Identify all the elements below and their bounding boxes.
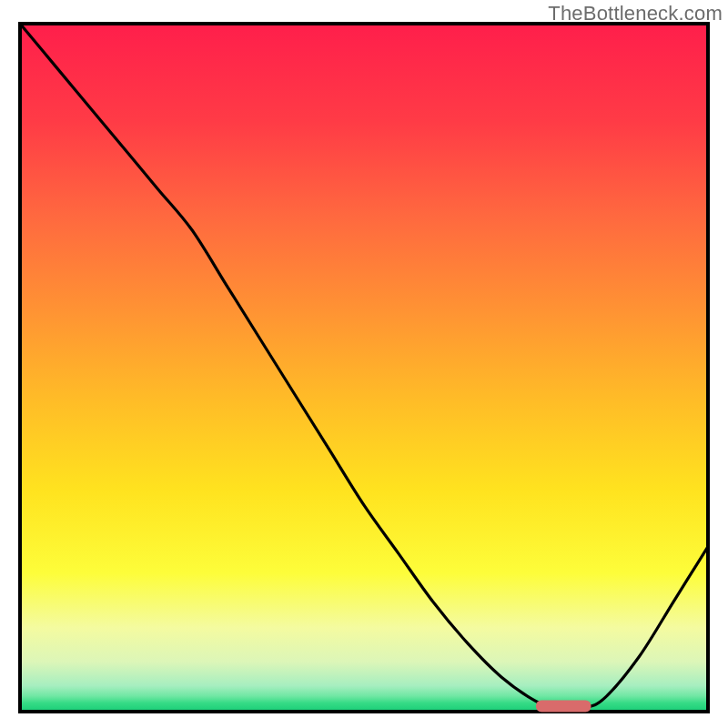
plot-background [22, 25, 706, 710]
optimal-range-marker [536, 700, 591, 712]
bottleneck-chart [0, 0, 728, 728]
watermark-text: TheBottleneck.com [548, 2, 723, 25]
